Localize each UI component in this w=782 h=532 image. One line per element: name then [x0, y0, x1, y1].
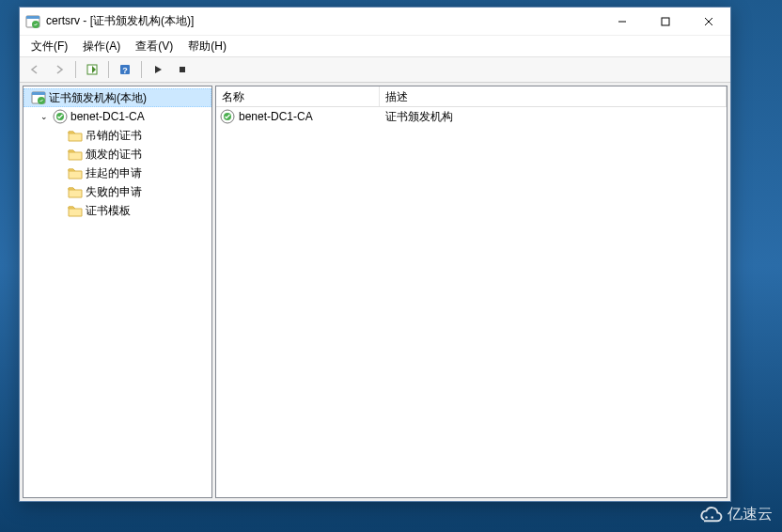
back-button[interactable]	[23, 59, 46, 80]
menu-help[interactable]: 帮助(H)	[180, 37, 234, 56]
help-button[interactable]: ?	[114, 59, 136, 80]
window-title: certsrv - [证书颁发机构(本地)]	[46, 13, 601, 29]
list-row[interactable]: benet-DC1-CA 证书颁发机构	[216, 107, 727, 126]
cell-name: benet-DC1-CA	[216, 109, 380, 124]
tree-ca[interactable]: ⌄ benet-DC1-CA	[23, 107, 211, 126]
column-desc[interactable]: 描述	[380, 86, 727, 106]
maximize-button[interactable]	[644, 8, 687, 36]
cell-desc: 证书颁发机构	[380, 109, 727, 125]
ca-root-icon	[31, 90, 46, 105]
window-controls	[601, 8, 730, 35]
toolbar-separator	[141, 61, 142, 78]
list-pane[interactable]: 名称 描述 benet-DC1-CA 证书颁发机构	[215, 86, 727, 498]
menu-bar: 文件(F) 操作(A) 查看(V) 帮助(H)	[20, 36, 730, 56]
app-icon	[25, 14, 40, 29]
cloud-icon	[694, 506, 724, 524]
forward-button[interactable]	[48, 59, 70, 80]
tree-failed[interactable]: 失败的申请	[23, 182, 211, 201]
watermark: 亿速云	[694, 505, 773, 524]
folder-icon	[68, 147, 83, 162]
menu-action[interactable]: 操作(A)	[75, 37, 128, 56]
folder-icon	[68, 203, 83, 218]
toolbar: ?	[20, 56, 730, 83]
ca-icon	[53, 109, 68, 124]
folder-icon	[68, 165, 83, 180]
tree-root[interactable]: 证书颁发机构(本地)	[23, 88, 211, 107]
folder-icon	[68, 128, 83, 143]
tree-pending[interactable]: 挂起的申请	[23, 164, 211, 182]
body-area: 证书颁发机构(本地) ⌄ benet-DC1-CA 吊销的证书 颁发的证书 挂起…	[20, 83, 730, 501]
svg-text:?: ?	[122, 66, 128, 75]
properties-button[interactable]	[81, 59, 103, 80]
tree-pending-label: 挂起的申请	[86, 165, 142, 181]
svg-rect-14	[180, 67, 185, 72]
row-name-text: benet-DC1-CA	[239, 110, 313, 123]
tree-revoked[interactable]: 吊销的证书	[23, 126, 211, 145]
tree-issued[interactable]: 颁发的证书	[23, 145, 211, 164]
app-window: certsrv - [证书颁发机构(本地)] 文件(F) 操作(A) 查看(V)…	[19, 7, 731, 502]
folder-icon	[68, 184, 83, 199]
ca-icon	[220, 109, 235, 124]
close-button[interactable]	[687, 8, 730, 36]
minimize-button[interactable]	[601, 8, 644, 36]
tree-failed-label: 失败的申请	[86, 184, 142, 200]
title-bar[interactable]: certsrv - [证书颁发机构(本地)]	[20, 8, 730, 36]
column-name[interactable]: 名称	[216, 86, 380, 106]
tree-templates-label: 证书模板	[86, 203, 131, 219]
menu-file[interactable]: 文件(F)	[23, 37, 75, 56]
tree-pane[interactable]: 证书颁发机构(本地) ⌄ benet-DC1-CA 吊销的证书 颁发的证书 挂起…	[23, 86, 212, 498]
play-button[interactable]	[147, 59, 169, 80]
stop-button[interactable]	[171, 59, 194, 80]
tree-root-label: 证书颁发机构(本地)	[49, 90, 147, 106]
toolbar-separator	[75, 61, 76, 78]
expander-icon[interactable]: ⌄	[39, 112, 50, 121]
tree-ca-label: benet-DC1-CA	[70, 110, 145, 123]
list-header: 名称 描述	[216, 86, 727, 107]
svg-rect-8	[662, 18, 669, 25]
tree-templates[interactable]: 证书模板	[23, 201, 211, 220]
toolbar-separator	[108, 61, 109, 78]
menu-view[interactable]: 查看(V)	[128, 37, 180, 56]
tree-revoked-label: 吊销的证书	[86, 128, 142, 144]
watermark-text: 亿速云	[727, 505, 773, 524]
tree-issued-label: 颁发的证书	[86, 147, 142, 163]
